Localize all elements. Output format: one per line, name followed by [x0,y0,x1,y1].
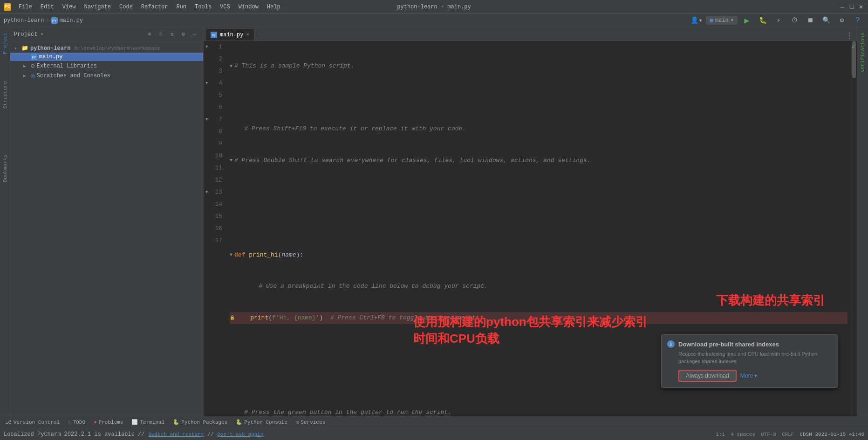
line-num-14: 14 [207,198,222,210]
tree-item-label-main-py: main.py [39,54,62,60]
tree-item-scratches[interactable]: ▶ ◎ Scratches and Consoles [10,71,203,81]
menu-window[interactable]: Window [235,3,262,11]
line-num-16: 16 [207,223,222,235]
editor-tab-main-py[interactable]: py main.py ✕ [205,28,254,41]
tab-close-button[interactable]: ✕ [246,32,249,37]
help-icon[interactable]: ? [851,14,864,27]
menu-view[interactable]: View [59,3,80,11]
collapse-all-button[interactable]: ≡ [156,29,166,40]
run-config-name: main [715,17,729,24]
comment-3: # Press Shift+F10 to execute it or repla… [230,124,466,134]
terminal-button[interactable]: ⬜ Terminal [128,418,168,426]
breadcrumb-project[interactable]: python-learn [4,17,44,24]
locate-file-button[interactable]: ⊕ [144,29,155,40]
profile-button[interactable]: ⏱ [788,14,801,27]
tree-item-main-py[interactable]: py main.py [10,53,203,61]
maximize-button[interactable]: □ [848,4,855,10]
fold-arrow-4[interactable]: ▼ [230,157,232,164]
tree-expand-icon-scratch: ▶ [23,73,29,79]
menu-navigate[interactable]: Navigate [80,3,115,11]
run-config-selector[interactable]: main ▾ [706,16,738,25]
debug-button[interactable]: 🐛 [756,14,769,27]
run-button[interactable]: ▶ [740,14,753,27]
code-line-1: ▼ # This is a sample Python script. [230,61,847,73]
comment-9: # Press Ctrl+F8 to toggle the breakpoint… [330,313,479,323]
python-packages-button[interactable]: 🐍 Python Packages [169,418,231,426]
tree-item-label-ext: External Libraries [36,63,97,69]
breadcrumb: python-learn › py main.py [4,17,83,24]
python-console-icon: 🐍 [236,419,242,425]
close-button[interactable]: ✕ [858,4,864,10]
right-sidebar: Notifications [857,27,868,416]
problems-label: Problems [99,420,123,425]
editor-scrollbar[interactable]: ✓ [851,41,857,416]
coverage-button[interactable]: ⚡ [772,14,785,27]
code-line-7: ▼ def print_hi(name): [230,249,847,261]
account-button[interactable]: 👤▾ [690,14,703,27]
fold-arrow-1[interactable]: ▼ [230,63,232,70]
python-console-button[interactable]: 🐍 Python Console [232,418,291,426]
comment-12: # Press the green button in the gutter t… [230,408,451,416]
comment-1: # This is a sample Python script. [234,61,354,71]
project-settings-button[interactable]: ⚙ [178,29,188,40]
kw-def: def [234,250,249,260]
problems-button[interactable]: ● Problems [90,419,127,426]
code-line-2 [230,92,847,104]
print-fn [236,313,250,323]
menu-help[interactable]: Help [263,3,284,11]
tabs-overflow-icon[interactable]: ⋮ [846,31,853,41]
more-link[interactable]: More ▾ [740,372,758,379]
menu-code[interactable]: Code [116,3,137,11]
python-packages-icon: 🐍 [173,419,179,425]
inspection-status[interactable]: ✓ [850,41,857,52]
always-download-button[interactable]: Always download [678,370,737,382]
root-folder-icon: 📁 [21,45,28,52]
menu-edit[interactable]: Edit [37,3,58,11]
close-panel-button[interactable]: — [189,29,199,40]
project-sidebar-toggle[interactable]: Project [1,29,9,58]
tree-item-root[interactable]: ▾ 📁 python-learn D:\develop\PyCharm\work… [10,44,203,53]
fold-arrow-7[interactable]: ▼ [230,251,232,259]
project-panel-dropdown-icon[interactable]: ▾ [40,31,43,38]
bookmarks-sidebar-toggle[interactable]: Bookmarks [1,151,9,186]
dont-ask-link[interactable]: Don't ask again [217,432,263,437]
todo-button[interactable]: ≡ TODO [64,419,89,426]
notif-title: Download pre-built shared indexes [678,341,779,348]
minimize-button[interactable]: — [839,4,846,10]
expand-all-button[interactable]: ⇅ [167,29,177,40]
menu-refactor[interactable]: Refactor [137,3,172,11]
tree-item-external-libraries[interactable]: ▶ ⚙ External Libraries [10,61,203,71]
settings-button[interactable]: ⚙ [835,14,848,27]
menu-tools[interactable]: Tools [191,3,215,11]
project-panel-actions: ⊕ ≡ ⇅ ⚙ — [144,29,199,40]
menu-run[interactable]: Run [172,3,190,11]
stop-button[interactable]: ⏹ [804,14,817,27]
window-controls[interactable]: — □ ✕ [839,4,864,10]
breakpoint-gutter-9: 🔒 [230,315,235,321]
switch-restart-link[interactable]: Switch and restart [148,432,204,437]
menu-bar[interactable]: File Edit View Navigate Code Refactor Ru… [15,3,284,11]
line-num-17: 17 [207,235,222,247]
structure-sidebar-toggle[interactable]: Structure [1,77,9,112]
menu-file[interactable]: File [15,3,36,11]
breadcrumb-filename: main.py [60,17,83,24]
update-bar: Localized PyCharm 2022.2.1 is available … [0,428,868,440]
notifications-panel-toggle[interactable]: Notifications [859,29,867,76]
menu-vcs[interactable]: VCS [216,3,234,11]
version-control-button[interactable]: ⎇ Version Control [2,418,63,426]
python-console-label: Python Console [244,420,287,425]
code-line-3: # Press Shift+F10 to execute it or repla… [230,123,847,135]
line-num-10: 10 [207,150,222,162]
comment-4: # Press Double Shift to search everywher… [234,156,591,166]
breadcrumb-file[interactable]: py main.py [51,17,83,24]
title-bar-left: PC File Edit View Navigate Code Refactor… [4,3,284,11]
update-message: Localized PyCharm 2022.2.1 is available … [4,431,144,438]
services-button[interactable]: ◎ Services [292,418,329,426]
tabs-menu[interactable]: ⋮ [844,31,855,41]
line-num-3: 3 [207,65,222,77]
todo-label: TODO [73,420,85,425]
search-button[interactable]: 🔍 [820,14,833,27]
line-numbers: ▼1 2 3 ▼4 5 6 ▼7 8 9 10 11 12 ▼13 14 15 … [204,41,226,416]
branch-info: CDSN 2022-01-15 41:46 [800,432,864,437]
libraries-icon: ⚙ [31,62,34,70]
